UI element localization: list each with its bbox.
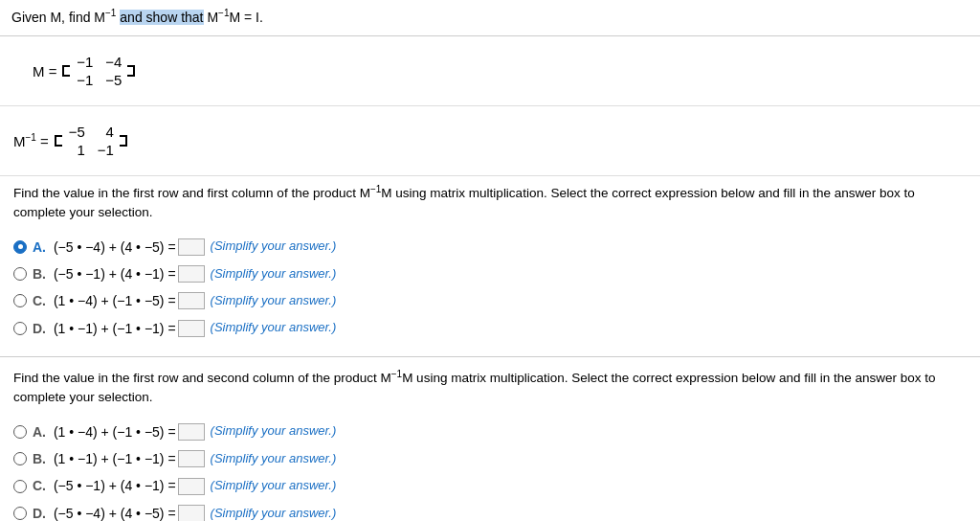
expr-c-s1: (1 • −4) + (−1 • −5) =: [50, 290, 176, 311]
hint-b-s2: (Simplify your answer.): [211, 449, 337, 469]
label-c-s2: C.: [33, 475, 46, 496]
label-a-s1: A.: [33, 237, 46, 258]
label-b-s2: B.: [33, 448, 46, 469]
expr-d-s2: (−5 • −4) + (4 • −5) =: [50, 503, 176, 521]
cell-10: −1: [76, 72, 93, 88]
hint-a-s1: (Simplify your answer.): [211, 237, 337, 257]
section2-instruction: Find the value in the first row and seco…: [0, 361, 980, 412]
cell-11: −5: [104, 72, 122, 88]
label-b-s1: B.: [33, 263, 46, 284]
answer-box-c-s1[interactable]: [178, 292, 205, 309]
section1-instruction: Find the value in the first row and firs…: [0, 176, 980, 227]
answer-box-b-s1[interactable]: [178, 265, 205, 283]
radio-b-s2[interactable]: [13, 452, 27, 465]
matrix-minv-section: M−1 = −5 4 1 −1: [0, 106, 980, 176]
expr-c-s2: (−5 • −1) + (4 • −1) =: [50, 475, 176, 496]
expr-a-s2: (1 • −4) + (−1 • −5) =: [50, 421, 176, 442]
answer-box-d-s2[interactable]: [178, 505, 205, 521]
hint-c-s2: (Simplify your answer.): [211, 476, 337, 496]
section2-option-d[interactable]: D. (−5 • −4) + (4 • −5) = (Simplify your…: [13, 503, 967, 521]
radio-c-s1[interactable]: [13, 294, 27, 307]
matrix-m-content: −1 −4 −1 −5: [72, 52, 125, 90]
hint-a-s2: (Simplify your answer.): [211, 421, 337, 442]
right-bracket: [127, 65, 135, 77]
answer-box-a-s2[interactable]: [178, 423, 205, 441]
divider-1: [0, 356, 980, 357]
expr-d-s1: (1 • −1) + (−1 • −1) =: [50, 318, 176, 339]
radio-b-s1[interactable]: [13, 267, 27, 281]
cell-00: −1: [76, 54, 93, 70]
hint-b-s1: (Simplify your answer.): [211, 264, 337, 284]
header-prefix: Given M, find M−1: [11, 10, 120, 25]
answer-box-c-s2[interactable]: [178, 478, 205, 495]
radio-d-s2[interactable]: [13, 507, 27, 520]
section2-option-a[interactable]: A. (1 • −4) + (−1 • −5) = (Simplify your…: [13, 421, 967, 442]
expr-a-s1: (−5 • −4) + (4 • −5) =: [50, 237, 176, 258]
section2-options: A. (1 • −4) + (−1 • −5) = (Simplify your…: [0, 412, 980, 521]
matrix-m-section: M = −1 −4 −1 −5: [0, 36, 980, 106]
hint-d-s2: (Simplify your answer.): [211, 504, 337, 521]
label-d-s1: D.: [33, 318, 46, 339]
header-suffix: M−1M = I.: [204, 10, 263, 25]
answer-box-b-s2[interactable]: [178, 450, 205, 467]
section2-option-c[interactable]: C. (−5 • −1) + (4 • −1) = (Simplify your…: [13, 475, 967, 496]
matrix-m-label: M =: [33, 63, 56, 79]
radio-d-s1[interactable]: [13, 322, 27, 335]
matrix-minv-label: M−1 =: [13, 133, 49, 149]
label-c-s1: C.: [33, 290, 46, 311]
header-highlight: and show that: [120, 10, 203, 25]
section1-options: A. (−5 • −4) + (4 • −5) = (Simplify your…: [0, 227, 980, 353]
inv-cell-10: 1: [68, 142, 85, 158]
radio-a-s2[interactable]: [13, 425, 27, 439]
matrix-minv-display: M−1 = −5 4 1 −1: [13, 122, 127, 160]
section1-option-a[interactable]: A. (−5 • −4) + (4 • −5) = (Simplify your…: [13, 237, 967, 258]
right-bracket-inv: [120, 135, 127, 147]
section1-option-b[interactable]: B. (−5 • −1) + (4 • −1) = (Simplify your…: [13, 263, 967, 284]
label-d-s2: D.: [33, 503, 46, 521]
cell-01: −4: [104, 54, 122, 70]
expr-b-s2: (1 • −1) + (−1 • −1) =: [50, 448, 176, 469]
radio-a-s1[interactable]: [13, 240, 27, 254]
problem-header: Given M, find M−1 and show that M−1M = I…: [0, 0, 980, 36]
matrix-minv-content: −5 4 1 −1: [64, 122, 118, 160]
left-bracket-inv: [55, 135, 62, 147]
expr-b-s1: (−5 • −1) + (4 • −1) =: [50, 263, 176, 284]
label-a-s2: A.: [33, 421, 46, 442]
answer-box-d-s1[interactable]: [178, 320, 205, 337]
radio-c-s2[interactable]: [13, 480, 27, 493]
answer-box-a-s1[interactable]: [178, 238, 205, 256]
section1-option-c[interactable]: C. (1 • −4) + (−1 • −5) = (Simplify your…: [13, 290, 967, 311]
left-bracket: [62, 65, 70, 77]
section1-option-d[interactable]: D. (1 • −1) + (−1 • −1) = (Simplify your…: [13, 318, 967, 339]
inv-cell-11: −1: [97, 142, 114, 158]
inv-cell-00: −5: [68, 124, 85, 140]
hint-c-s1: (Simplify your answer.): [211, 291, 337, 311]
section2-option-b[interactable]: B. (1 • −1) + (−1 • −1) = (Simplify your…: [13, 448, 967, 469]
inv-cell-01: 4: [97, 124, 114, 140]
matrix-m-display: M = −1 −4 −1 −5: [33, 52, 135, 90]
hint-d-s1: (Simplify your answer.): [211, 318, 337, 338]
